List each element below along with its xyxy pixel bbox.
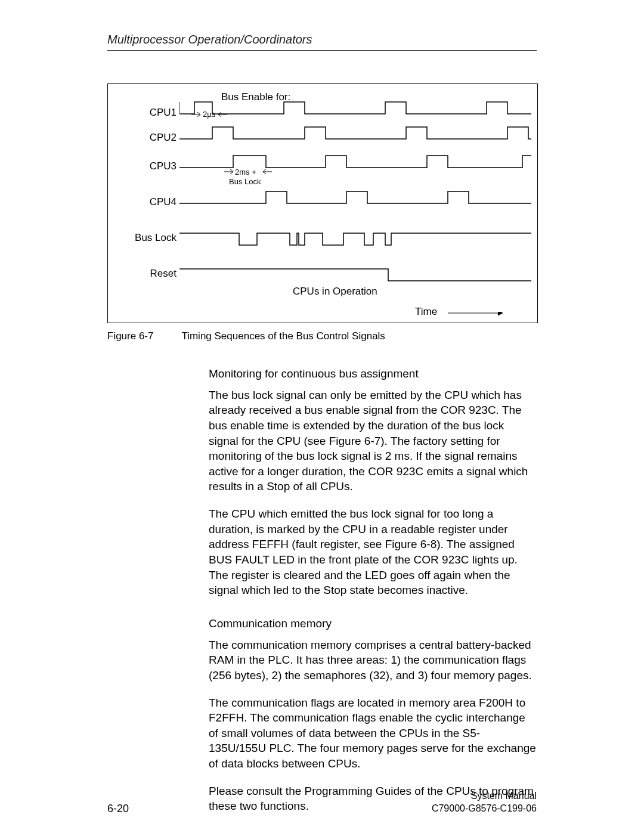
time-arrow-icon bbox=[448, 312, 507, 318]
label-buslock: Bus Lock bbox=[123, 232, 177, 244]
figure-caption-text: Timing Sequences of the Bus Control Sign… bbox=[181, 330, 385, 342]
label-cpu4: CPU4 bbox=[123, 196, 177, 208]
page-header: Multiprocessor Operation/Coordinators bbox=[107, 33, 537, 51]
figure-caption-number: Figure 6-7 bbox=[107, 330, 179, 342]
paragraph: The communication flags are located in m… bbox=[209, 695, 537, 772]
section-heading-monitoring: Monitoring for continuous bus assignment bbox=[209, 366, 537, 382]
label-cpu2: CPU2 bbox=[123, 132, 177, 144]
time-axis-label: Time bbox=[415, 306, 437, 318]
document-id: System Manual C79000-G8576-C199-06 bbox=[432, 790, 537, 815]
section-heading-memory: Communication memory bbox=[209, 616, 537, 631]
doc-number: C79000-G8576-C199-06 bbox=[432, 803, 537, 815]
doc-title: System Manual bbox=[432, 790, 537, 803]
waveform-cpu2 bbox=[179, 121, 531, 145]
body-text: Monitoring for continuous bus assignment… bbox=[209, 366, 537, 826]
paragraph: The CPU which emitted the bus lock signa… bbox=[209, 506, 537, 598]
label-reset: Reset bbox=[123, 268, 177, 280]
annotation-2ms-label: 2ms + bbox=[235, 168, 256, 176]
annotation-2us-label: 2µs bbox=[203, 110, 215, 119]
paragraph: The bus lock signal can only be emitted … bbox=[209, 388, 537, 494]
waveform-cpu4 bbox=[179, 185, 531, 209]
cpus-in-operation-label: CPUs in Operation bbox=[293, 286, 377, 298]
figure-caption: Figure 6-7 Timing Sequences of the Bus C… bbox=[107, 330, 385, 342]
label-cpu1: CPU1 bbox=[123, 107, 177, 119]
page: Multiprocessor Operation/Coordinators Bu… bbox=[0, 0, 644, 833]
waveform-reset bbox=[179, 263, 531, 287]
waveform-cpu1 bbox=[179, 96, 531, 120]
page-number: 6-20 bbox=[107, 803, 129, 815]
timing-figure: Bus Enable for: CPU1 CPU2 CPU3 CPU4 Bus … bbox=[107, 83, 538, 323]
label-cpu3: CPU3 bbox=[123, 160, 177, 172]
paragraph: The communication memory comprises a cen… bbox=[209, 637, 537, 683]
annotation-buslock-note: Bus Lock bbox=[229, 177, 261, 186]
waveform-buslock bbox=[179, 227, 531, 251]
